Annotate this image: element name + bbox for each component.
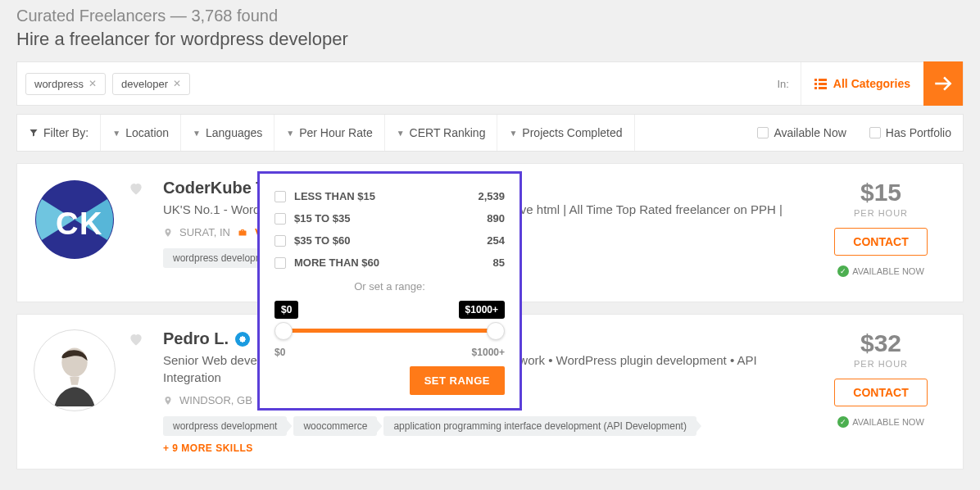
per-hour-label: PER HOUR (854, 208, 908, 218)
arrow-right-icon (932, 73, 954, 94)
hourly-rate: $32 (860, 329, 901, 357)
or-set-range-label: Or set a range: (274, 280, 505, 293)
freelancer-location: WINDSOR, GB (179, 394, 252, 406)
search-tag[interactable]: wordpress ✕ (25, 73, 106, 95)
per-hour-rate-dropdown: LESS THAN $15 2,539 $15 TO $35 890 $35 T… (257, 171, 522, 411)
filter-label: CERT Ranking (410, 126, 486, 139)
location-pin-icon (163, 227, 173, 238)
caret-down-icon: ▼ (193, 129, 201, 138)
favorite-icon[interactable] (128, 331, 144, 347)
availability-label: AVAILABLE NOW (852, 266, 924, 276)
remove-tag-icon[interactable]: ✕ (88, 78, 97, 89)
rate-count: 2,539 (478, 190, 505, 202)
slider-thumb-max[interactable] (487, 322, 505, 340)
checkbox[interactable] (757, 127, 769, 138)
availability-badge: ✓ AVAILABLE NOW (837, 416, 924, 428)
filter-label: Per Hour Rate (299, 126, 372, 139)
filter-projects-completed[interactable]: ▼Projects Completed (497, 115, 634, 151)
caret-down-icon: ▼ (286, 129, 294, 138)
freelancer-name[interactable]: Pedro L. (163, 329, 229, 348)
contact-button[interactable]: CONTACT (834, 228, 927, 256)
verified-badge-icon (235, 332, 250, 347)
filter-label: Projects Completed (522, 126, 622, 139)
filter-label: Has Portfolio (886, 126, 951, 139)
remove-tag-icon[interactable]: ✕ (173, 78, 181, 89)
freelancer-location: SURAT, IN (179, 226, 230, 238)
rate-count: 254 (487, 234, 505, 247)
checkbox[interactable] (274, 191, 286, 202)
skill-chip[interactable]: woocommerce (293, 416, 377, 436)
rate-label: $15 TO $35 (294, 212, 350, 225)
checkbox[interactable] (274, 235, 286, 247)
filter-label: Languages (206, 126, 262, 139)
filter-bar: Filter By: ▼Location ▼Languages ▼Per Hou… (16, 114, 964, 152)
skill-chip[interactable]: application programming interface develo… (383, 416, 696, 436)
availability-label: AVAILABLE NOW (852, 417, 924, 427)
filter-has-portfolio[interactable]: Has Portfolio (858, 115, 963, 151)
slider-min-label: $0 (274, 347, 285, 358)
search-tag-label: wordpress (34, 78, 84, 90)
filter-by-text: Filter By: (43, 126, 88, 139)
page-subtitle: Hire a freelancer for wordpress develope… (16, 29, 964, 50)
all-categories-label: All Categories (833, 77, 910, 90)
svg-text:C: C (56, 206, 78, 241)
rate-option[interactable]: $35 TO $60 254 (274, 229, 505, 252)
rate-label: LESS THAN $15 (294, 190, 375, 202)
rate-label: MORE THAN $60 (294, 256, 379, 269)
slider-track (281, 329, 498, 333)
caret-down-icon: ▼ (509, 129, 517, 138)
slider-thumb-min[interactable] (274, 322, 293, 340)
rate-count: 85 (493, 256, 505, 269)
rate-option[interactable]: $15 TO $35 890 (274, 207, 505, 229)
slider-max-bubble: $1000+ (459, 301, 505, 319)
slider-max-label: $1000+ (472, 347, 505, 358)
skill-chip[interactable]: wordpress development (163, 416, 287, 436)
caret-down-icon: ▼ (397, 129, 405, 138)
search-bar: wordpress ✕ developer ✕ In: All Categori… (16, 61, 964, 106)
checkbox[interactable] (869, 127, 881, 138)
filter-available-now[interactable]: Available Now (746, 115, 857, 151)
rate-label: $35 TO $60 (294, 234, 350, 247)
checkbox[interactable] (274, 213, 286, 225)
briefcase-icon (237, 228, 248, 238)
page-title: Curated Freelancers — 3,768 found (16, 7, 964, 25)
more-skills-link[interactable]: + 9 MORE SKILLS (163, 442, 801, 454)
rate-option[interactable]: LESS THAN $15 2,539 (274, 185, 505, 207)
filter-by-label: Filter By: (17, 115, 101, 151)
avatar[interactable]: CK (34, 179, 116, 261)
contact-button[interactable]: CONTACT (834, 379, 927, 406)
rate-count: 890 (487, 212, 505, 225)
set-range-button[interactable]: SET RANGE (410, 366, 505, 395)
availability-badge: ✓ AVAILABLE NOW (837, 265, 924, 277)
location-pin-icon (163, 395, 173, 406)
hourly-rate: $15 (860, 179, 901, 206)
filter-location[interactable]: ▼Location (101, 115, 181, 151)
svg-text:K: K (79, 206, 102, 241)
in-label: In: (765, 78, 800, 90)
filter-label: Available Now (774, 126, 846, 139)
search-tag-label: developer (121, 78, 168, 90)
caret-down-icon: ▼ (112, 129, 120, 138)
favorite-icon[interactable] (128, 180, 144, 197)
checkbox[interactable] (274, 257, 286, 269)
filter-icon (29, 128, 39, 138)
per-hour-label: PER HOUR (854, 359, 908, 369)
freelancer-name[interactable]: CoderKube T. (163, 179, 269, 197)
rate-range-slider[interactable]: $0 $1000+ (274, 301, 505, 345)
slider-min-bubble: $0 (274, 301, 298, 319)
avatar[interactable] (34, 329, 116, 411)
list-icon (814, 79, 827, 89)
filter-languages[interactable]: ▼Languages (181, 115, 274, 151)
search-button[interactable] (923, 61, 963, 106)
filter-label: Location (125, 126, 169, 139)
check-circle-icon: ✓ (837, 265, 849, 277)
check-circle-icon: ✓ (837, 416, 849, 428)
search-tag[interactable]: developer ✕ (112, 73, 190, 95)
filter-per-hour-rate[interactable]: ▼Per Hour Rate (274, 115, 384, 151)
filter-cert-ranking[interactable]: ▼CERT Ranking (385, 115, 498, 151)
rate-option[interactable]: MORE THAN $60 85 (274, 252, 505, 274)
all-categories-link[interactable]: All Categories (801, 62, 923, 105)
